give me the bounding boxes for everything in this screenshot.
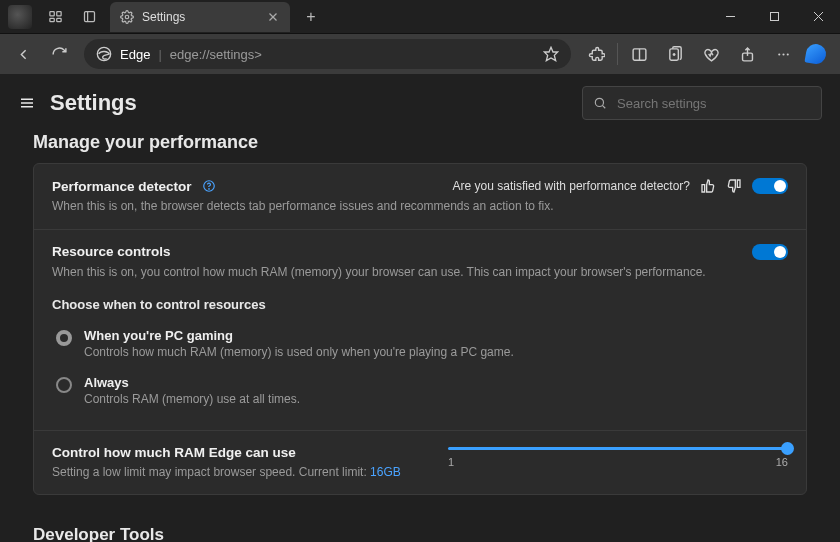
svg-rect-10 [770, 13, 778, 21]
browser-toolbar: Edge | edge://settings> [0, 34, 840, 74]
info-icon[interactable] [202, 179, 216, 193]
svg-point-22 [778, 53, 780, 55]
close-window-button[interactable] [796, 0, 840, 34]
ram-control-title: Control how much RAM Edge can use [52, 445, 430, 460]
extensions-icon[interactable] [579, 37, 613, 71]
maximize-button[interactable] [752, 0, 796, 34]
window-titlebar: Settings + [0, 0, 840, 34]
svg-point-23 [782, 53, 784, 55]
refresh-button[interactable] [42, 37, 76, 71]
developer-tools-heading: Developer Tools [0, 495, 840, 542]
address-bar[interactable]: Edge | edge://settings> [84, 39, 571, 69]
svg-rect-1 [56, 12, 60, 16]
address-host: Edge [120, 47, 150, 62]
settings-page: Settings Manage your performance Perform… [0, 74, 840, 542]
close-icon[interactable] [266, 10, 280, 24]
edge-logo-icon [96, 46, 112, 62]
workspaces-icon[interactable] [38, 0, 72, 34]
section-heading: Manage your performance [0, 132, 840, 163]
back-button[interactable] [6, 37, 40, 71]
browser-essentials-icon[interactable] [694, 37, 728, 71]
address-path: edge://settings> [170, 47, 262, 62]
radio-option-gaming[interactable]: When you're PC gaming Controls how much … [52, 322, 788, 369]
ram-slider[interactable] [448, 447, 788, 450]
copilot-icon[interactable] [804, 42, 827, 65]
profile-avatar[interactable] [8, 5, 32, 29]
perf-detector-desc: When this is on, the browser detects tab… [52, 198, 788, 215]
radio-option-always[interactable]: Always Controls RAM (memory) use at all … [52, 369, 788, 416]
slider-min-label: 1 [448, 456, 454, 468]
settings-search[interactable] [582, 86, 822, 120]
split-screen-icon[interactable] [622, 37, 656, 71]
tab-title: Settings [142, 10, 185, 24]
ram-control-desc: Setting a low limit may impact browser s… [52, 464, 430, 481]
collections-icon[interactable] [658, 37, 692, 71]
slider-max-label: 16 [776, 456, 788, 468]
svg-line-29 [602, 105, 605, 108]
svg-point-31 [208, 189, 209, 190]
perf-detector-title: Performance detector [52, 179, 192, 194]
radio-label: Always [84, 375, 300, 390]
share-icon[interactable] [730, 37, 764, 71]
svg-rect-0 [49, 12, 53, 16]
radio-label: When you're PC gaming [84, 328, 514, 343]
search-icon [593, 96, 607, 110]
svg-point-6 [125, 15, 129, 19]
svg-point-28 [595, 98, 603, 106]
perf-detector-toggle[interactable] [752, 178, 788, 194]
radio-desc: Controls RAM (memory) use at all times. [84, 392, 300, 406]
browser-tab[interactable]: Settings [110, 2, 290, 32]
resource-controls-desc: When this is on, you control how much RA… [52, 264, 788, 281]
survey-text: Are you satisfied with performance detec… [453, 179, 690, 193]
more-menu-icon[interactable] [766, 37, 800, 71]
svg-point-24 [786, 53, 788, 55]
svg-rect-4 [84, 12, 94, 22]
svg-rect-3 [56, 18, 60, 21]
radio-indicator [56, 377, 72, 393]
resource-controls-title: Resource controls [52, 244, 171, 259]
favorite-icon[interactable] [543, 46, 559, 62]
page-title: Settings [50, 90, 137, 116]
gear-icon [120, 10, 134, 24]
new-tab-button[interactable]: + [296, 2, 326, 32]
settings-search-input[interactable] [617, 96, 811, 111]
slider-thumb[interactable] [781, 442, 794, 455]
performance-card: Performance detector Are you satisfied w… [33, 163, 807, 495]
hamburger-menu-icon[interactable] [18, 94, 36, 112]
ram-current-limit: 16GB [370, 465, 401, 479]
minimize-button[interactable] [708, 0, 752, 34]
choose-resources-label: Choose when to control resources [52, 297, 788, 312]
thumbs-up-icon[interactable] [700, 178, 716, 194]
thumbs-down-icon[interactable] [726, 178, 742, 194]
svg-marker-14 [544, 47, 557, 60]
radio-indicator [56, 330, 72, 346]
radio-desc: Controls how much RAM (memory) is used o… [84, 345, 514, 359]
svg-rect-2 [49, 18, 53, 21]
resource-controls-toggle[interactable] [752, 244, 788, 260]
tab-actions-icon[interactable] [72, 0, 106, 34]
